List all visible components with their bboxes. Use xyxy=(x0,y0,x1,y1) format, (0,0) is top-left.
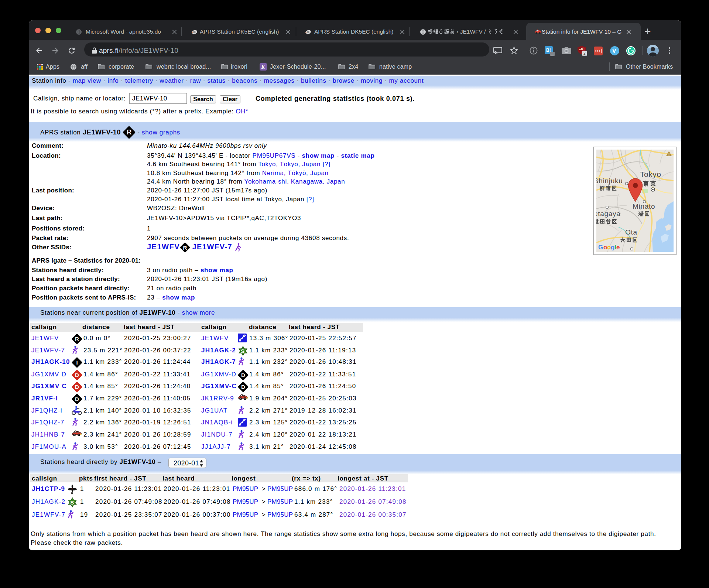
svg-text:Minato: Minato xyxy=(633,202,655,210)
svg-text:S: S xyxy=(241,348,245,354)
svg-text:Ota: Ota xyxy=(625,228,637,236)
svg-text:etagaya: etagaya xyxy=(596,210,621,218)
svg-text:e: e xyxy=(616,244,620,251)
svg-text:G: G xyxy=(598,244,603,251)
svg-text:Shinjuku: Shinjuku xyxy=(596,177,623,185)
svg-text:S: S xyxy=(70,499,74,505)
svg-text:Tokyo: Tokyo xyxy=(640,170,661,178)
svg-text:uB: uB xyxy=(579,48,583,51)
svg-text:B!: B! xyxy=(546,48,551,53)
svg-text:K: K xyxy=(261,64,266,70)
svg-text:2: 2 xyxy=(583,51,586,55)
